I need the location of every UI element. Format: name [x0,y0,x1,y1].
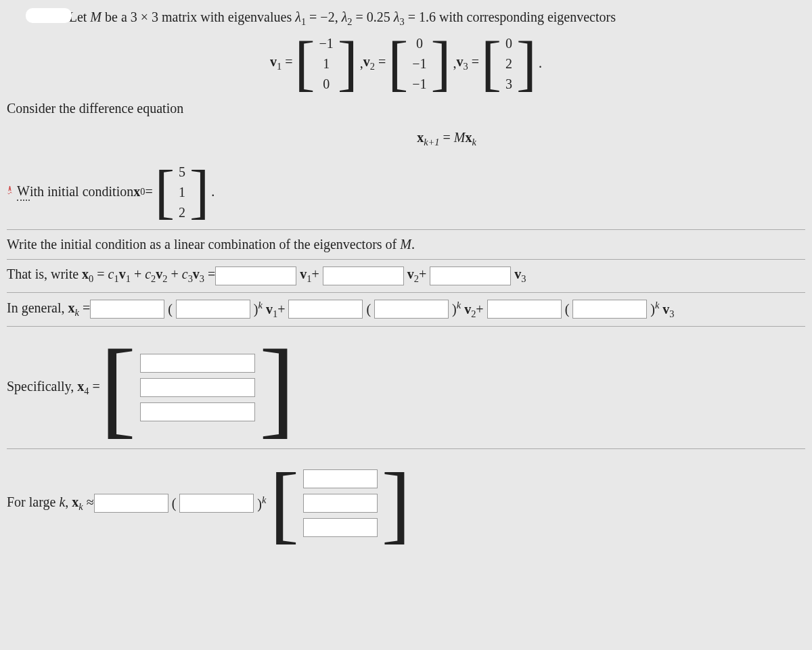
c3-input[interactable] [430,266,511,285]
xk-base3-input[interactable] [572,300,647,319]
initial-condition-row: With initial condition x0 = [ 5 1 2 ] . [7,162,805,223]
divider [7,292,805,293]
xk-large-coef-input[interactable] [94,494,168,513]
redaction-box [26,8,72,23]
q3-row: Specifically, x4 = [ ] [7,347,805,428]
consider-text: Consider the difference equation [7,101,805,116]
q2-row: In general, xk = ( )k v1+ ( )k v2+ ( )k … [7,300,805,320]
c2-input[interactable] [323,266,404,285]
divider [7,326,805,327]
xk-coef3-input[interactable] [487,300,562,319]
q4-row: For large k, xk ≈ ( )k [ ] [7,469,805,537]
divider [7,229,805,230]
xk-large-base-input[interactable] [179,494,254,513]
x4-entry1-input[interactable] [140,354,255,373]
eigenvector-definitions: v1 = [ −1 1 0 ] , v2 = [ 0 −1 −1 ] , v3 … [7,33,805,94]
xk-large-vec1-input[interactable] [303,469,378,488]
q1-prompt: Write the initial condition as a linear … [7,237,805,252]
xk-large-vec3-input[interactable] [303,518,378,537]
x4-entry3-input[interactable] [140,402,255,421]
x4-entry2-input[interactable] [140,378,255,397]
with-text: W [17,183,30,201]
divider [7,259,805,260]
xk-large-vec2-input[interactable] [303,494,378,513]
xk-base1-input[interactable] [176,300,250,319]
divider [7,448,805,449]
xk-base2-input[interactable] [374,300,449,319]
c1-input[interactable] [215,266,296,285]
xk-coef2-input[interactable] [288,300,363,319]
difference-equation: xk+1 = Mxk [88,130,805,148]
problem-statement: XXXXXX Let M be a 3 × 3 matrix with eige… [7,7,805,30]
xk-coef1-input[interactable] [90,300,164,319]
q1-row: That is, write x0 = c1v1 + c2v2 + c3v3 =… [7,266,805,285]
